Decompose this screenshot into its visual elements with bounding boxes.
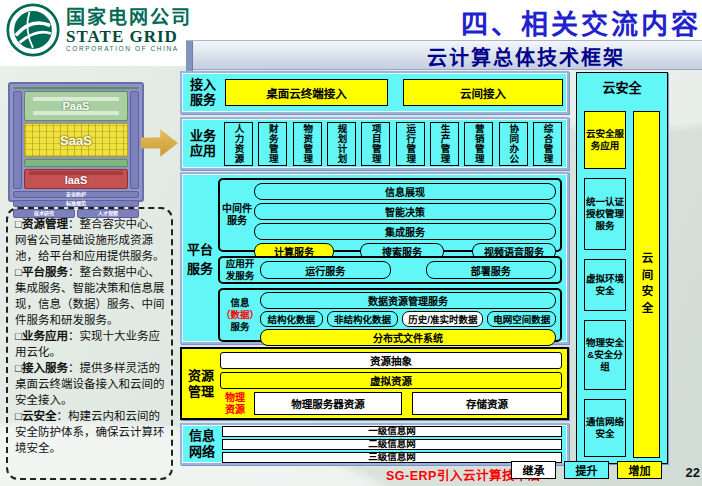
appdev-label: 应用开发服务 [220,258,260,282]
box-finance-label: 财务管理 [266,124,280,164]
business-app-row: 人力资源 财务管理 物资管理 规划计划 项目管理 运行管理 生产管理 营销管理 … [224,122,567,166]
box-general-mgmt-label: 综合管理 [540,124,554,164]
box-historical-realtime-data: 历史/准实时数据 [402,311,483,327]
note-label: □业务应用 [15,330,68,342]
thumb-left-bar [13,91,22,189]
box-production: 生产管理 [430,122,459,166]
info-data-rows: 数据资源管理服务 结构化数据 非结构化数据 历史/准实时数据 电网空间数据 分布… [260,290,560,340]
panel-cloud-security: 云安全 云安全服务应用 统一认证授权管理服务 虚拟环境安全 物理安全&安全分组 … [576,72,668,464]
box-physical-server-resource: 物理服务器资源 [254,392,402,415]
box-planning: 规划计划 [327,122,356,166]
box-materials-label: 物资管理 [300,124,314,164]
note-item: □接入服务：提供多样灵活的桌面云终端设备接入和云间的安全接入。 [15,360,165,408]
panel-platform-label: 平台服务 [184,174,216,342]
subtitle-bar: 云计算总体技术框架 [186,40,702,70]
data-type-row: 结构化数据 非结构化数据 历史/准实时数据 电网空间数据 [260,311,556,327]
note-label: □资源管理 [15,218,68,230]
logo-name-en: STATE GRID [66,28,192,45]
subpanel-middleware: 中间件服务 信息展现 智能决策 集成服务 计算服务 搜索服务 视频语音服务 [218,178,562,252]
physical-resource-row: 物理资源 物理服务器资源 存储资源 [220,392,562,415]
thumb-middle: PaaS SaaS IaaS [13,91,139,189]
subpanel-appdev: 应用开发服务 运行服务 部署服务 [218,256,562,284]
box-structured-data: 结构化数据 [260,311,323,327]
note-label: □接入服务 [15,362,68,374]
box-general-mgmt: 综合管理 [533,122,562,166]
slide: 国家电网公司 STATE GRID CORPORATION OF CHINA 四… [0,0,702,486]
panel-access-label: 接入 服务 [182,78,224,108]
note-item: □资源管理：整合容灾中心、网省公司基础设施形成资源池，给平台和应用提供服务。 [15,216,165,264]
panel-resource-mgmt: 资源管理 资源抽象 虚拟资源 物理资源 物理服务器资源 存储资源 [180,347,569,420]
note-item: □云安全：构建云内和云间的安全防护体系，确保云计算环境安全。 [15,408,165,456]
diagram-title: 云计算总体技术框架 [356,42,696,71]
row-data-resource-mgmt: 数据资源管理服务 [260,292,556,309]
cloud-security-boxes: 云安全服务应用 统一认证授权管理服务 虚拟环境安全 物理安全&安全分组 通信网络… [584,111,626,457]
thumb-bottom-bar: 标准规范 [13,200,139,207]
subpanel-info-data-service: 信息 （数据） 服务 数据资源管理服务 结构化数据 非结构化数据 历史/准实时数… [218,288,562,342]
thumb-top-bar [13,87,139,89]
panel-platform-services: 平台服务 中间件服务 信息展现 智能决策 集成服务 计算服务 搜索服务 视频语音… [180,172,569,344]
thumb-saas-label: SaaS [60,133,92,148]
box-collaboration: 协同办公 [499,122,528,166]
thumb-core: PaaS SaaS IaaS [24,91,128,189]
panel-network-label: 信息网络 [182,428,222,459]
box-cloud-security-app: 云安全服务应用 [584,111,626,169]
notes-box: □资源管理：整合容灾中心、网省公司基础设施形成资源池，给平台和应用提供服务。 □… [6,207,173,480]
box-storage-resource: 存储资源 [412,392,562,415]
appdev-rows: 运行服务 部署服务 [260,258,560,282]
row-distributed-file-system: 分布式文件系统 [260,329,556,346]
box-hr: 人力资源 [224,122,253,166]
box-marketing-label: 营销管理 [472,124,486,164]
box-operation: 运行管理 [396,122,425,166]
state-grid-logo: 国家电网公司 STATE GRID CORPORATION OF CHINA [6,3,192,57]
resource-rows: 资源抽象 虚拟资源 物理资源 物理服务器资源 存储资源 [220,349,567,418]
legend-add: 增加 [617,461,662,479]
box-inter-cloud-access: 云间接入 [403,79,563,106]
note-label: □平台服务 [15,266,68,278]
state-grid-emblem-icon [6,3,60,57]
thumb-paas-label: PaaS [63,102,90,111]
note-item: □业务应用：实现十大业务应用云化。 [15,328,165,360]
box-deploy-service: 部署服务 [426,261,557,279]
logo-name-sub: CORPORATION OF CHINA [66,45,192,52]
box-collaboration-label: 协同办公 [506,124,520,164]
thumb-right-bar [130,91,139,189]
row-virtual-resource: 虚拟资源 [220,372,562,389]
thumb-integration-bar [24,159,128,167]
thumb-saas-block: SaaS [24,123,128,157]
row-info-presentation: 信息展现 [254,183,556,200]
box-operation-label: 运行管理 [403,124,417,164]
box-runtime-service: 运行服务 [260,261,391,279]
physical-resource-label: 物理资源 [220,392,250,415]
thumb-bottom-bar: 安全防护 [13,191,139,198]
box-comm-network-security: 通信网络安全 [584,399,626,457]
thumb-paas-block: PaaS [24,91,128,121]
box-production-label: 生产管理 [437,124,451,164]
box-project-label: 项目管理 [369,124,383,164]
row-level1-network: 一级信息网 [222,426,562,437]
info-label-line2: （数据） [221,309,259,321]
panel-access-services: 接入 服务 桌面云终端接入 云间接入 [180,71,569,114]
middleware-label: 中间件服务 [220,180,254,250]
box-virtual-env-security: 虚拟环境安全 [584,259,626,311]
legend-improve: 提升 [564,461,609,479]
row-integration-service: 集成服务 [254,223,556,240]
logo-name-cn: 国家电网公司 [66,8,192,28]
box-hr-label: 人力资源 [232,124,246,164]
row-intelligent-decision: 智能决策 [254,203,556,220]
box-desktop-cloud-access: 桌面云终端接入 [225,79,388,106]
middleware-rows: 信息展现 智能决策 集成服务 计算服务 搜索服务 视频语音服务 [254,180,560,250]
box-grid-spatial-data: 电网空间数据 [487,311,556,327]
logo-text: 国家电网公司 STATE GRID CORPORATION OF CHINA [66,8,192,52]
info-label-line1: 信息 [230,297,249,309]
box-finance: 财务管理 [258,122,287,166]
thumb-paas-subbar [33,111,119,115]
panel-business-apps: 业务 应用 人力资源 财务管理 物资管理 规划计划 项目管理 运行管理 生产管理… [180,117,569,170]
note-label: □云安全 [15,410,56,422]
legend: 继承 提升 增加 [511,461,662,479]
box-project: 项目管理 [361,122,390,166]
box-unstructured-data: 非结构化数据 [327,311,399,327]
box-physical-security-grouping: 物理安全&安全分组 [584,320,626,390]
row-level2-network: 二级信息网 [222,439,562,450]
box-planning-label: 规划计划 [334,124,348,164]
page-number: 22 [686,465,700,480]
